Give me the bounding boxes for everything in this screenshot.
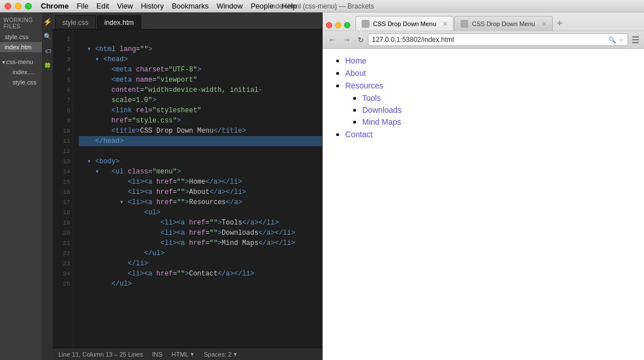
nav-item-about: About <box>345 68 633 78</box>
sidebar-folder-file-index-html[interactable]: index.html <box>8 67 42 77</box>
browser-minimize-button[interactable] <box>335 22 341 28</box>
bookmarks-menu[interactable]: Bookmarks <box>168 0 212 12</box>
tab-favicon-1 <box>460 20 468 28</box>
main-layout: Working Files style.css index.htm ▾ css-… <box>0 12 644 360</box>
nav-link-contact[interactable]: Contact <box>345 130 372 139</box>
nav-link-mindmaps[interactable]: Mind Maps <box>362 117 401 126</box>
code-line-1[interactable] <box>79 34 322 44</box>
browser-toolbar: ← → ↻ 127.0.0.1:53802/index.html 🔍 ☆ ☰ <box>323 31 644 48</box>
edit-menu[interactable]: Edit <box>93 0 112 12</box>
code-line-16[interactable]: <li><a href="">About</a></li> <box>79 187 322 197</box>
browser-tab-label-1: CSS Drop Down Menu <box>472 20 535 27</box>
code-line-14[interactable]: ▾ <ul class="menu"> <box>79 167 322 177</box>
browser-close-button[interactable] <box>326 22 332 28</box>
ins-mode: INS <box>152 351 162 358</box>
app-name-label[interactable]: Chrome <box>37 0 72 12</box>
tab-index-htm[interactable]: index.htm <box>97 15 141 29</box>
tag-icon[interactable]: 🏷 <box>43 46 52 56</box>
url-bar[interactable]: 127.0.0.1:53802/index.html 🔍 ☆ <box>368 33 628 46</box>
browser-tab-label-0: CSS Drop Down Menu <box>373 20 436 27</box>
nav-item-resources: Resources Tools Downloads Mind Maps <box>345 81 633 127</box>
code-line-23[interactable]: </li> <box>79 259 322 269</box>
browser-tab-1[interactable]: CSS Drop Down Menu × <box>454 16 552 31</box>
close-button[interactable] <box>5 3 11 10</box>
search-icon[interactable]: 🔍 <box>43 32 52 41</box>
browser-chrome: CSS Drop Down Menu × CSS Drop Down Menu … <box>323 12 644 49</box>
sidebar-file-style-css[interactable]: style.css <box>0 32 42 42</box>
chevron-down-icon-2: ▼ <box>232 351 238 357</box>
code-line-9[interactable]: href="style.css"> <box>79 116 322 126</box>
nav-item-contact: Contact <box>345 129 633 139</box>
code-line-6[interactable]: content="width=device-width, initial- <box>79 85 322 95</box>
code-line-19[interactable]: <li><a href="">Tools</a></li> <box>79 218 322 228</box>
browser-tabs: CSS Drop Down Menu × CSS Drop Down Menu … <box>323 12 644 31</box>
chevron-down-icon: ▼ <box>190 351 195 357</box>
code-line-21[interactable]: <li><a href="">Mind Maps</a></li> <box>79 238 322 248</box>
code-line-15[interactable]: <li><a href="">Home</a></li> <box>79 177 322 187</box>
refresh-button[interactable]: ↻ <box>355 35 366 45</box>
nav-link-resources[interactable]: Resources <box>345 81 383 90</box>
bookmark-star-icon[interactable]: ☆ <box>618 36 624 44</box>
code-line-20[interactable]: <li><a href="">Downloads</a></li> <box>79 228 322 238</box>
code-line-8[interactable]: <link rel="stylesheet" <box>79 105 322 116</box>
sidebar-file-index-htm[interactable]: index.htm <box>0 42 42 52</box>
browser-tab-close-1[interactable]: × <box>542 19 546 28</box>
browser-tab-0[interactable]: CSS Drop Down Menu × <box>355 16 454 31</box>
editor-area: style.css index.htm 12345678910111213141… <box>53 12 323 360</box>
nav-link-home[interactable]: Home <box>345 56 366 65</box>
code-line-7[interactable]: scale=1.0"> <box>79 95 322 105</box>
code-line-2[interactable]: ▾ <html lang=""> <box>79 44 322 54</box>
code-line-10[interactable]: <title>CSS Drop Down Menu</title> <box>79 126 322 136</box>
nav-link-tools[interactable]: Tools <box>362 94 381 103</box>
code-line-11[interactable]: </head> <box>79 136 322 146</box>
back-button[interactable]: ← <box>326 33 338 46</box>
spaces-setting[interactable]: Spaces: 2 ▼ <box>204 351 238 358</box>
nav-link-about[interactable]: About <box>345 69 366 78</box>
url-text: 127.0.0.1:53802/index.html <box>372 36 608 44</box>
window-title: index.html (css-menu) — Brackets <box>270 2 374 10</box>
view-menu[interactable]: View <box>113 0 136 12</box>
code-line-25[interactable]: </ul> <box>79 279 322 289</box>
folder-arrow-icon: ▾ <box>2 59 5 65</box>
forward-button[interactable]: → <box>341 33 353 46</box>
sidebar-folder-css-menu[interactable]: ▾ css-menu <box>0 57 42 67</box>
file-menu[interactable]: File <box>73 0 92 12</box>
traffic-lights <box>5 3 32 10</box>
nav-link-downloads[interactable]: Downloads <box>362 105 401 115</box>
code-line-4[interactable]: <meta charset="UTF-8"> <box>79 65 322 75</box>
nav-item-home: Home <box>345 56 633 66</box>
editor-content: 1234567891011121314151617181920212223242… <box>53 29 322 348</box>
cursor-position: Line 11, Column 13 – 25 Lines <box>58 351 143 358</box>
code-area[interactable]: ▾ <html lang=""> ▾ <head> <meta charset=… <box>73 29 322 348</box>
code-line-17[interactable]: ▾ <li><a href="">Resources</a> <box>79 197 322 207</box>
leaf-icon[interactable]: 🍀 <box>43 61 52 70</box>
code-line-3[interactable]: ▾ <head> <box>79 54 322 65</box>
history-menu[interactable]: History <box>137 0 167 12</box>
line-numbers: 1234567891011121314151617181920212223242… <box>53 29 73 348</box>
status-bar: Line 11, Column 13 – 25 Lines INS HTML ▼… <box>53 348 322 360</box>
working-files-label: Working Files <box>0 12 42 32</box>
search-url-icon[interactable]: 🔍 <box>608 36 616 44</box>
mac-titlebar: Chrome File Edit View History Bookmarks … <box>0 0 644 12</box>
code-line-13[interactable]: ▾ <body> <box>79 156 322 167</box>
browser-tab-close-0[interactable]: × <box>443 19 447 28</box>
minimize-button[interactable] <box>15 3 22 10</box>
code-line-24[interactable]: <li><a href="">Contact</a></li> <box>79 269 322 279</box>
tab-style-css[interactable]: style.css <box>55 15 96 29</box>
code-line-22[interactable]: </ul> <box>79 248 322 259</box>
lightning-icon[interactable]: ⚡ <box>43 17 52 26</box>
sidebar: Working Files style.css index.htm ▾ css-… <box>0 12 43 360</box>
sidebar-folder-file-style-css[interactable]: style.css <box>8 77 42 87</box>
code-line-12[interactable] <box>79 146 322 156</box>
browser-menu-button[interactable]: ☰ <box>630 35 641 45</box>
new-tab-button[interactable]: + <box>553 16 566 31</box>
window-menu[interactable]: Window <box>213 0 246 12</box>
maximize-button[interactable] <box>25 3 32 10</box>
browser-maximize-button[interactable] <box>344 22 350 28</box>
code-line-5[interactable]: <meta name="viewport" <box>79 75 322 85</box>
editor-tabs: style.css index.htm <box>53 12 322 29</box>
code-line-18[interactable]: <ul> <box>79 207 322 218</box>
language-mode[interactable]: HTML ▼ <box>172 351 195 358</box>
sub-nav-item-tools: Tools <box>362 93 633 103</box>
mac-menu-bar: Chrome File Edit View History Bookmarks … <box>32 0 300 12</box>
